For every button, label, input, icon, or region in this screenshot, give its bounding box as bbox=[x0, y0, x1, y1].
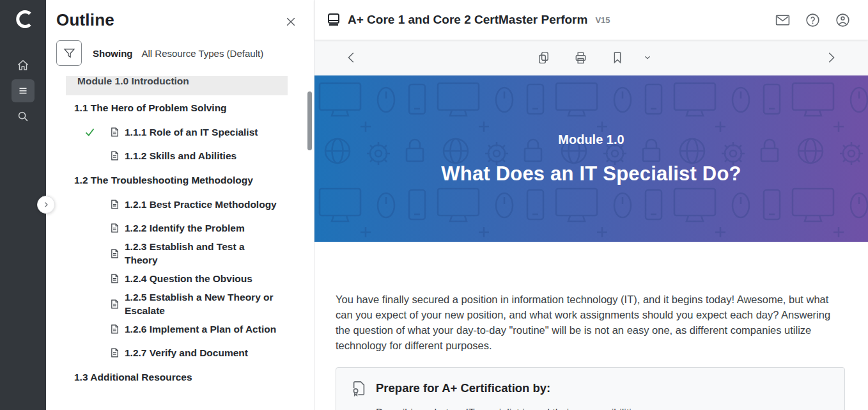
document-icon bbox=[109, 299, 120, 310]
chevron-right-icon bbox=[824, 51, 838, 65]
completed-check bbox=[84, 127, 109, 138]
app-window: Outline Showing All Resource Types (Defa… bbox=[0, 0, 868, 410]
outline-item-label: 1.2.5 Establish a New Theory or Escalate bbox=[125, 290, 278, 317]
outline-item[interactable]: 1.2.1 Best Practice Methodology bbox=[46, 193, 314, 216]
outline-item-label: 1.2.3 Establish and Test a Theory bbox=[125, 240, 278, 267]
outline-item[interactable]: 1.1 The Hero of Problem Solving bbox=[46, 95, 314, 120]
toolbar bbox=[314, 40, 868, 75]
outline-item[interactable]: 1.2.2 Identify the Problem bbox=[46, 216, 314, 240]
contents-icon bbox=[16, 84, 30, 98]
chevron-right-icon bbox=[42, 201, 50, 209]
home-icon bbox=[16, 58, 30, 72]
outline-item[interactable]: 1.2.5 Establish a New Theory or Escalate bbox=[46, 290, 314, 317]
outline-item[interactable]: 1.1.1 Role of an IT Specialist bbox=[46, 120, 314, 144]
resource-filter-value[interactable]: All Resource Types (Default) bbox=[142, 48, 264, 59]
outline-item-label: 1.3 Additional Resources bbox=[74, 372, 192, 383]
main-area: A+ Core 1 and Core 2 CertMaster Perform … bbox=[314, 0, 868, 410]
messages-button[interactable] bbox=[773, 11, 791, 29]
bookmark-icon bbox=[610, 51, 624, 65]
outline-item-label: 1.2.4 Question the Obvious bbox=[125, 272, 252, 285]
next-page-button[interactable] bbox=[822, 49, 840, 67]
content-area: You have finally secured a position in i… bbox=[314, 242, 868, 410]
document-icon bbox=[109, 248, 120, 259]
outline-item[interactable]: 1.2.3 Establish and Test a Theory bbox=[46, 240, 314, 267]
lesson-title: What Does an IT Specialist Do? bbox=[441, 162, 741, 185]
help-button[interactable] bbox=[803, 11, 821, 29]
outline-item[interactable]: Module 1.0 Introduction bbox=[66, 76, 288, 95]
check-icon bbox=[84, 127, 95, 138]
callout-bullet: Describing what an IT specialist is and … bbox=[376, 406, 829, 410]
home-button[interactable] bbox=[12, 54, 35, 77]
search-icon bbox=[16, 109, 30, 123]
help-icon bbox=[805, 12, 821, 28]
document-icon bbox=[109, 223, 120, 233]
document-icon bbox=[109, 199, 120, 210]
comptia-logo-icon bbox=[12, 7, 34, 31]
outline-item[interactable]: 1.2 The Troubleshooting Methodology bbox=[46, 168, 314, 193]
book-icon bbox=[326, 12, 341, 28]
copy-button[interactable] bbox=[534, 49, 552, 67]
outline-item[interactable]: 1.2.6 Implement a Plan of Action bbox=[46, 317, 314, 341]
copy-icon bbox=[536, 51, 551, 65]
outline-item-label: 1.1.1 Role of an IT Specialist bbox=[125, 125, 258, 139]
outline-item-label: 1.1.2 Skills and Abilities bbox=[125, 149, 236, 162]
document-icon bbox=[109, 347, 120, 358]
hero-banner: Module 1.0 What Does an IT Specialist Do… bbox=[314, 75, 868, 242]
document-icon bbox=[109, 127, 120, 138]
collapse-outline-button[interactable] bbox=[37, 196, 55, 214]
outline-item[interactable]: 1.1.2 Skills and Abilities bbox=[46, 144, 314, 168]
outline-list: Module 1.0 Introduction1.1 The Hero of P… bbox=[46, 76, 314, 410]
account-button[interactable] bbox=[833, 11, 851, 29]
filter-icon bbox=[63, 47, 76, 60]
document-icon bbox=[109, 150, 120, 161]
callout-title: Prepare for A+ Certification by: bbox=[376, 381, 550, 395]
account-icon bbox=[835, 12, 851, 28]
course-title: A+ Core 1 and Core 2 CertMaster Perform bbox=[348, 13, 587, 27]
outline-item-label: 1.1 The Hero of Problem Solving bbox=[74, 102, 227, 114]
outline-scrollbar-thumb[interactable] bbox=[307, 91, 312, 150]
outline-item[interactable]: 1.2.7 Verify and Document bbox=[46, 341, 314, 365]
close-icon bbox=[284, 15, 297, 28]
print-icon bbox=[573, 51, 588, 65]
version-badge: V15 bbox=[595, 15, 610, 25]
lesson-paragraph: You have finally secured a position in i… bbox=[336, 292, 845, 353]
document-icon bbox=[109, 324, 120, 335]
outline-title: Outline bbox=[56, 10, 114, 30]
outline-item-label: 1.2.7 Verify and Document bbox=[125, 346, 248, 359]
bookmark-menu-button[interactable] bbox=[639, 49, 656, 67]
certification-callout: Prepare for A+ Certification by: Describ… bbox=[336, 367, 845, 410]
module-label: Module 1.0 bbox=[441, 132, 741, 147]
close-outline-button[interactable] bbox=[283, 14, 298, 29]
bookmark-button[interactable] bbox=[608, 49, 626, 67]
contents-button[interactable] bbox=[12, 79, 35, 102]
search-button[interactable] bbox=[12, 105, 35, 128]
previous-page-button[interactable] bbox=[343, 49, 360, 67]
outline-item-label: 1.2.1 Best Practice Methodology bbox=[125, 198, 277, 211]
mail-icon bbox=[775, 12, 791, 28]
outline-item-label: 1.2.2 Identify the Problem bbox=[125, 221, 245, 235]
chevron-left-icon bbox=[345, 51, 359, 65]
filter-button[interactable] bbox=[56, 40, 82, 66]
outline-item-label: Module 1.0 Introduction bbox=[77, 76, 189, 87]
outline-item-label: 1.2 The Troubleshooting Methodology bbox=[74, 175, 253, 186]
comptia-logo[interactable] bbox=[12, 6, 34, 32]
callout-bullet-list: Describing what an IT specialist is and … bbox=[376, 406, 829, 410]
document-icon bbox=[109, 273, 120, 284]
outline-item-label: 1.2.6 Implement a Plan of Action bbox=[125, 322, 276, 336]
showing-label: Showing bbox=[93, 48, 133, 59]
outline-item[interactable]: 1.3 Additional Resources bbox=[46, 365, 314, 390]
outline-panel: Outline Showing All Resource Types (Defa… bbox=[46, 0, 314, 410]
print-button[interactable] bbox=[571, 49, 589, 67]
certificate-icon bbox=[350, 379, 368, 397]
outline-item[interactable]: 1.2.4 Question the Obvious bbox=[46, 267, 314, 290]
course-header: A+ Core 1 and Core 2 CertMaster Perform … bbox=[314, 0, 868, 40]
chevron-down-icon bbox=[643, 53, 652, 62]
